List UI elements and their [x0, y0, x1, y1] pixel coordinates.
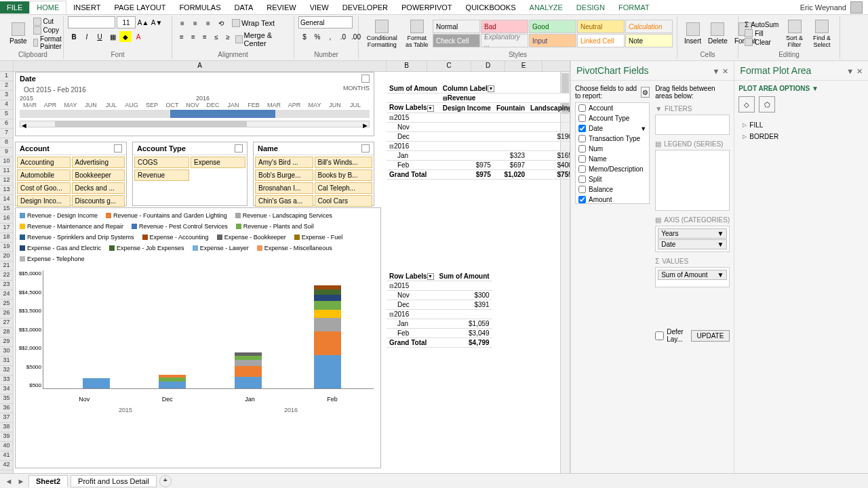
ribbon-tab-review[interactable]: REVIEW — [260, 1, 302, 14]
pivot-table-2[interactable]: Row Labels▼Sum of Amount ⊟2015Nov$300Dec… — [387, 272, 481, 348]
currency-button[interactable]: $ — [298, 31, 311, 42]
zone-pill[interactable]: Date▼ — [658, 239, 727, 249]
merge-button[interactable]: Merge & Center — [235, 31, 290, 47]
cell-style[interactable]: Note — [625, 34, 673, 47]
slicer-item[interactable]: Brosnahan I... — [255, 182, 313, 194]
conditional-formatting[interactable]: Conditional Formatting — [363, 18, 401, 49]
cell-style[interactable]: Linked Cell — [577, 34, 625, 47]
delete-cells[interactable]: Delete — [705, 21, 730, 46]
clear-button[interactable]: Clear — [743, 38, 781, 46]
pivot-table-1[interactable]: Sum of AmounColumn Label▼ ⊟Revenue Row L… — [387, 84, 563, 180]
cell-style[interactable]: Calculation — [625, 20, 673, 33]
effects-icon[interactable]: ⬠ — [759, 96, 775, 113]
percent-button[interactable]: % — [311, 31, 323, 42]
update-button[interactable]: UPDATE — [691, 330, 730, 342]
fill-color-button[interactable]: ◆ — [119, 31, 132, 42]
cell-style[interactable]: Good — [529, 20, 576, 33]
cell-style[interactable]: Explanatory ... — [481, 34, 528, 47]
chart-plot-area[interactable]: $$5,0000$$4,5000$$3,5000$$3,0000$$2,0000… — [43, 270, 374, 389]
clear-filter-icon[interactable] — [361, 75, 370, 83]
pivot-chart[interactable]: Revenue - Design IncomeRevenue - Fountai… — [15, 207, 381, 468]
ribbon-tab-view[interactable]: VIEW — [303, 1, 336, 14]
comma-button[interactable]: , — [324, 31, 336, 42]
font-family-input[interactable] — [68, 16, 115, 28]
slicer-item[interactable]: Expense — [191, 157, 245, 168]
close-icon[interactable]: ✕ — [722, 67, 728, 75]
field-item[interactable]: Name — [576, 154, 649, 164]
field-item[interactable]: Memo/Description — [576, 164, 649, 174]
sort-filter-button[interactable]: Sort & Filter — [782, 18, 807, 49]
add-sheet-button[interactable]: + — [159, 475, 172, 487]
filter-icon[interactable] — [235, 144, 243, 152]
slicer-item[interactable]: Cal Teleph... — [315, 182, 373, 194]
filter-icon[interactable] — [361, 144, 370, 152]
timeline-unit[interactable]: MONTHS — [343, 85, 370, 95]
field-list[interactable]: AccountAccount TypeDate▼Transaction Type… — [575, 102, 650, 204]
paste-button[interactable]: Paste — [7, 21, 30, 46]
sheet-tab[interactable]: Sheet2 — [28, 475, 68, 487]
column-headers[interactable]: ABCDE — [0, 61, 570, 72]
indent-inc[interactable]: ≥ — [222, 31, 233, 42]
indent-dec[interactable]: ≤ — [211, 31, 222, 42]
legend-zone[interactable] — [655, 150, 730, 211]
border-section[interactable]: ▷BORDER — [738, 131, 864, 142]
account-slicer[interactable]: Account AccountingAdvertisingAutomobileB… — [15, 142, 127, 206]
ribbon-tab-quickbooks[interactable]: QuickBooks — [459, 1, 523, 14]
field-item[interactable]: Balance — [576, 184, 649, 195]
sheet-tab[interactable]: Profit and Loss Detail — [71, 475, 157, 487]
cell-style[interactable]: Normal — [433, 20, 480, 33]
name-slicer[interactable]: Name Amy's Bird ...Bill's Winds...Bob's … — [253, 142, 374, 206]
slicer-item[interactable]: Chin's Gas a... — [255, 195, 313, 207]
ribbon-tab-developer[interactable]: DEVELOPER — [336, 1, 395, 14]
slicer-item[interactable]: COGS — [134, 157, 189, 168]
border-button[interactable]: ▦ — [106, 31, 119, 42]
gear-icon[interactable]: ⚙ — [641, 87, 650, 98]
cell-styles-gallery[interactable]: NormalBadGoodNeutralCalculationCheck Cel… — [433, 20, 673, 47]
slicer-item[interactable]: Design Inco... — [17, 195, 71, 207]
ribbon-tab-formulas[interactable]: FORMULAS — [172, 1, 227, 14]
grow-font-button[interactable]: A▲ — [137, 17, 149, 28]
number-format-select[interactable] — [298, 16, 353, 28]
ribbon-tab-page layout[interactable]: PAGE LAYOUT — [107, 1, 172, 14]
ribbon-tab-file[interactable]: FILE — [0, 1, 29, 14]
values-zone[interactable]: Sum of Amount▼ — [655, 267, 730, 287]
format-painter-button[interactable]: Format Painter — [31, 35, 67, 50]
fill-section[interactable]: ▷FILL — [738, 119, 864, 131]
slicer-item[interactable]: Automobile — [17, 169, 71, 181]
field-item[interactable]: Transaction Type — [576, 134, 649, 144]
inc-decimal[interactable]: .0 — [337, 31, 349, 42]
ribbon-tab-format[interactable]: FORMAT — [612, 1, 656, 14]
dropdown-icon[interactable]: ▼ — [713, 67, 720, 75]
ribbon-tab-design[interactable]: DESIGN — [570, 1, 612, 14]
slicer-item[interactable]: Accounting — [17, 157, 71, 168]
slicer-item[interactable]: Cost of Goo... — [17, 182, 71, 194]
insert-cells[interactable]: Insert — [682, 21, 704, 46]
underline-button[interactable]: U — [94, 31, 106, 42]
prev-sheet[interactable]: ◄ — [4, 477, 14, 485]
bold-button[interactable]: B — [68, 31, 80, 42]
cell-style[interactable]: Bad — [481, 20, 528, 33]
field-item[interactable]: Account Type — [576, 113, 649, 123]
cell-style[interactable]: Input — [529, 34, 576, 47]
ribbon-tab-data[interactable]: DATA — [228, 1, 260, 14]
find-select-button[interactable]: Find & Select — [808, 18, 835, 49]
ribbon-tab-home[interactable]: HOME — [29, 1, 66, 14]
slicer-item[interactable]: Decks and ... — [72, 182, 125, 194]
field-item[interactable]: Split — [576, 174, 649, 184]
shrink-font-button[interactable]: A▼ — [151, 17, 163, 28]
cut-button[interactable]: Cut — [31, 18, 67, 26]
align-left[interactable]: ≡ — [176, 31, 187, 42]
slicer-item[interactable]: Revenue — [134, 169, 189, 181]
cell-style[interactable]: Neutral — [577, 20, 625, 33]
zone-pill[interactable]: Years▼ — [658, 228, 727, 239]
align-right[interactable]: ≡ — [199, 31, 210, 42]
cell-style[interactable]: Check Cell — [433, 34, 480, 47]
slicer-item[interactable]: Bob's Burge... — [255, 169, 313, 181]
filters-zone[interactable] — [655, 115, 730, 135]
align-top[interactable]: ≡ — [176, 18, 189, 28]
row-headers[interactable]: 1234567891011121314151617181920212223242… — [0, 72, 14, 474]
user-name[interactable]: Eric Weynand — [800, 3, 846, 12]
field-item[interactable]: Account — [576, 103, 649, 113]
fill-line-icon[interactable]: ◇ — [738, 96, 755, 113]
copy-button[interactable]: Copy — [31, 26, 67, 35]
